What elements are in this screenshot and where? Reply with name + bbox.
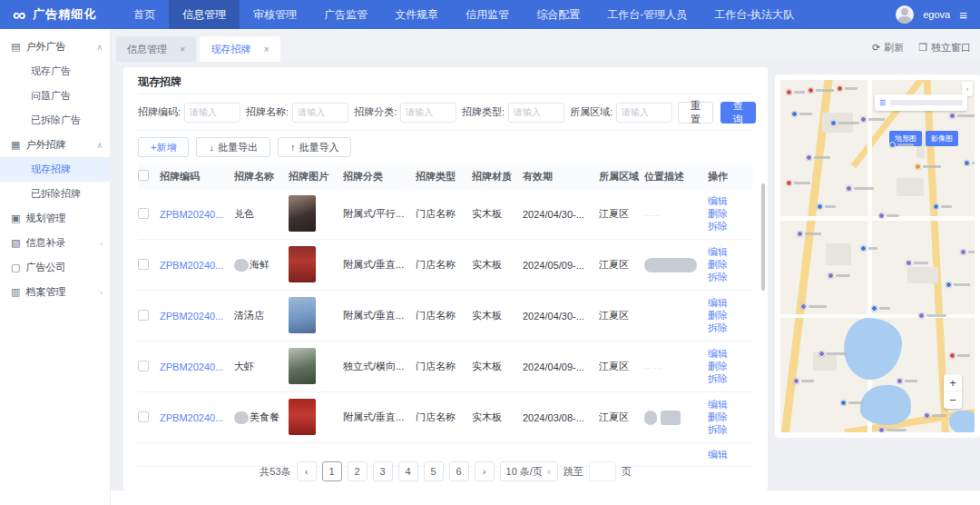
zoom-in-button[interactable]: +	[944, 374, 962, 391]
demolish-link[interactable]: 拆除	[708, 221, 744, 233]
edit-link[interactable]: 编辑	[708, 348, 744, 360]
map-search-input[interactable]	[890, 100, 963, 105]
sidebar-group-outdoor-signboard[interactable]: ▦ 户外招牌 ∧	[0, 133, 110, 157]
map-poi-marker[interactable]	[878, 427, 885, 432]
row-checkbox[interactable]	[138, 208, 149, 219]
nav-item-ad-supervision[interactable]: 广告监管	[310, 0, 381, 29]
map-poi-marker[interactable]	[837, 85, 843, 92]
sidebar-group-planning[interactable]: ▣ 规划管理	[0, 206, 110, 231]
map-poi-marker[interactable]	[828, 272, 834, 279]
zoom-out-button[interactable]: −	[944, 391, 962, 409]
signboard-code-link[interactable]: ZPBM20240...	[160, 209, 234, 220]
map-poi-marker[interactable]	[797, 231, 803, 237]
page-button-4[interactable]: 4	[398, 461, 418, 481]
map-poi-marker[interactable]	[806, 154, 812, 161]
signboard-photo[interactable]	[289, 297, 316, 333]
signboard-photo[interactable]	[289, 348, 316, 384]
page-button-6[interactable]: 6	[449, 461, 469, 481]
map-canvas[interactable]: › ≡ 地形图 影像图 + −	[780, 80, 975, 432]
map-poi-marker[interactable]	[964, 160, 970, 166]
batch-import-button[interactable]: ↑ 批量导入	[278, 137, 352, 157]
edit-link[interactable]: 编辑	[708, 449, 744, 460]
signboard-category-select[interactable]	[406, 107, 451, 117]
sidebar-item-removed-ads[interactable]: 已拆除广告	[0, 108, 110, 133]
tab-info-management[interactable]: 信息管理 ×	[116, 36, 196, 62]
map-search-box[interactable]: ≡	[875, 94, 967, 111]
map-poi-marker[interactable]	[860, 116, 867, 123]
sidebar-group-outdoor-ad[interactable]: ▤ 户外广告 ∧	[0, 35, 110, 59]
close-icon[interactable]: ×	[180, 44, 185, 54]
next-page-button[interactable]: ›	[475, 461, 495, 481]
page-button-1[interactable]: 1	[322, 461, 342, 481]
map-poi-marker[interactable]	[840, 400, 847, 406]
query-button[interactable]: 查询	[720, 102, 756, 124]
row-checkbox[interactable]	[138, 411, 149, 422]
map-poi-marker[interactable]	[846, 185, 852, 192]
map-poi-marker[interactable]	[860, 245, 867, 252]
sidebar-item-problem-ads[interactable]: 问题广告	[0, 84, 110, 108]
map-poi-marker[interactable]	[897, 378, 903, 384]
map-poi-marker[interactable]	[924, 412, 930, 419]
row-checkbox[interactable]	[138, 259, 149, 270]
map-poi-marker[interactable]	[933, 203, 939, 210]
refresh-button[interactable]: ⟳ 刷新	[872, 41, 904, 54]
row-checkbox[interactable]	[138, 310, 149, 321]
map-poi-marker[interactable]	[817, 203, 823, 210]
signboard-code-link[interactable]: ZPBM20240...	[160, 412, 234, 423]
edit-link[interactable]: 编辑	[708, 246, 744, 258]
map-poi-marker[interactable]	[949, 352, 956, 359]
signboard-code-input[interactable]	[190, 107, 235, 117]
page-button-2[interactable]: 2	[348, 461, 368, 481]
sidebar-group-ad-company[interactable]: ▢ 广告公司	[0, 255, 110, 280]
table-scrollbar[interactable]	[761, 183, 765, 291]
nav-item-workbench-admin[interactable]: 工作台-管理人员	[593, 0, 701, 29]
nav-item-info-management[interactable]: 信息管理	[169, 0, 240, 29]
map-poi-marker[interactable]	[918, 312, 925, 319]
demolish-link[interactable]: 拆除	[708, 424, 744, 436]
page-button-3[interactable]: 3	[373, 461, 393, 481]
sidebar-item-existing-ads[interactable]: 现存广告	[0, 59, 110, 84]
sidebar-group-archive[interactable]: ▥ 档案管理 ›	[0, 280, 110, 304]
map-poi-marker[interactable]	[946, 282, 952, 288]
sidebar-item-removed-signboards[interactable]: 已拆除招牌	[0, 182, 110, 206]
signboard-photo[interactable]	[289, 195, 316, 232]
demolish-link[interactable]: 拆除	[708, 272, 744, 283]
demolish-link[interactable]: 拆除	[708, 322, 744, 334]
nav-item-credit-supervision[interactable]: 信用监管	[452, 0, 523, 29]
imagery-map-button[interactable]: 影像图	[926, 131, 958, 146]
reset-button[interactable]: 重置	[678, 102, 713, 124]
map-poi-marker[interactable]	[786, 180, 792, 186]
signboard-type-select[interactable]	[514, 107, 559, 117]
delete-link[interactable]: 删除	[708, 411, 744, 423]
nav-item-document-rules[interactable]: 文件规章	[381, 0, 452, 29]
map-poi-marker[interactable]	[818, 351, 825, 357]
nav-item-config[interactable]: 综合配置	[523, 0, 593, 29]
map-poi-marker[interactable]	[808, 87, 814, 94]
sidebar-item-existing-signboards[interactable]: 现存招牌	[0, 157, 110, 182]
map-poi-marker[interactable]	[960, 249, 966, 255]
signboard-name-input[interactable]	[298, 107, 343, 117]
page-button-5[interactable]: 5	[424, 461, 444, 481]
map-poi-marker[interactable]	[871, 305, 877, 312]
delete-link[interactable]: 删除	[708, 208, 744, 220]
signboard-photo[interactable]	[289, 246, 316, 282]
select-all-checkbox[interactable]	[138, 170, 149, 181]
batch-export-button[interactable]: ↓ 批量导出	[196, 137, 270, 157]
row-checkbox[interactable]	[138, 361, 149, 371]
signboard-code-link[interactable]: ZPBM20240...	[160, 311, 234, 322]
delete-link[interactable]: 删除	[708, 310, 744, 322]
edit-link[interactable]: 编辑	[708, 195, 744, 207]
close-icon[interactable]: ×	[263, 44, 269, 54]
map-poi-marker[interactable]	[915, 163, 921, 170]
edit-link[interactable]: 编辑	[708, 399, 744, 411]
user-avatar[interactable]	[896, 5, 914, 24]
prev-page-button[interactable]: ‹	[297, 461, 317, 481]
edit-link[interactable]: 编辑	[708, 297, 744, 309]
add-button[interactable]: + 新增	[138, 137, 189, 157]
delete-link[interactable]: 删除	[708, 259, 744, 271]
map-poi-marker[interactable]	[800, 303, 807, 310]
nav-item-workbench-enforcement[interactable]: 工作台-执法大队	[701, 0, 808, 29]
jump-page-input[interactable]	[589, 461, 616, 481]
map-poi-marker[interactable]	[889, 142, 896, 148]
sidebar-group-info-supplement[interactable]: ▧ 信息补录 ›	[0, 231, 110, 255]
